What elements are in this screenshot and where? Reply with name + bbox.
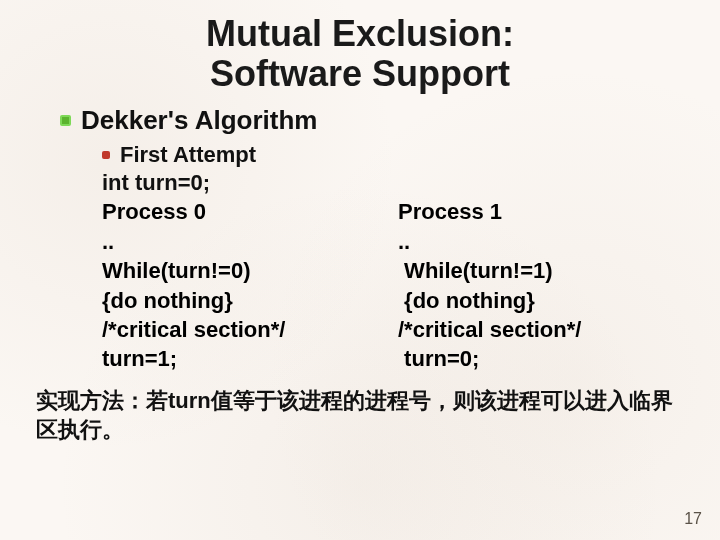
decl-line: int turn=0; xyxy=(102,168,696,197)
title-line-1: Mutual Exclusion: xyxy=(206,13,514,54)
process-1-column: Process 1 .. While(turn!=1) {do nothing}… xyxy=(398,197,581,374)
slide: Mutual Exclusion: Software Support Dekke… xyxy=(0,0,720,540)
process-0-l1: While(turn!=0) xyxy=(102,256,392,285)
process-1-dots: .. xyxy=(398,227,581,256)
bullet-icon xyxy=(60,115,71,126)
process-1-l4: turn=0; xyxy=(398,344,581,373)
process-1-l1: While(turn!=1) xyxy=(398,256,581,285)
summary-text: 实现方法：若turn值等于该进程的进程号，则该进程可以进入临界区执行。 xyxy=(36,386,684,445)
process-1-head: Process 1 xyxy=(398,197,581,226)
process-1-l2: {do nothing} xyxy=(398,286,581,315)
page-number: 17 xyxy=(684,510,702,528)
process-0-column: Process 0 .. While(turn!=0) {do nothing}… xyxy=(102,197,392,374)
process-0-l3: /*critical section*/ xyxy=(102,315,392,344)
attempt-label: First Attempt xyxy=(120,142,256,168)
process-0-dots: .. xyxy=(102,227,392,256)
code-columns: Process 0 .. While(turn!=0) {do nothing}… xyxy=(24,197,696,374)
attempt-row: First Attempt xyxy=(102,142,696,168)
process-0-l2: {do nothing} xyxy=(102,286,392,315)
title-line-2: Software Support xyxy=(210,53,510,94)
slide-title: Mutual Exclusion: Software Support xyxy=(24,14,696,95)
process-1-l3: /*critical section*/ xyxy=(398,315,581,344)
process-0-l4: turn=1; xyxy=(102,344,392,373)
bullet-icon xyxy=(102,151,110,159)
subtitle-row: Dekker's Algorithm xyxy=(60,105,696,136)
subtitle: Dekker's Algorithm xyxy=(81,105,317,136)
process-0-head: Process 0 xyxy=(102,197,392,226)
